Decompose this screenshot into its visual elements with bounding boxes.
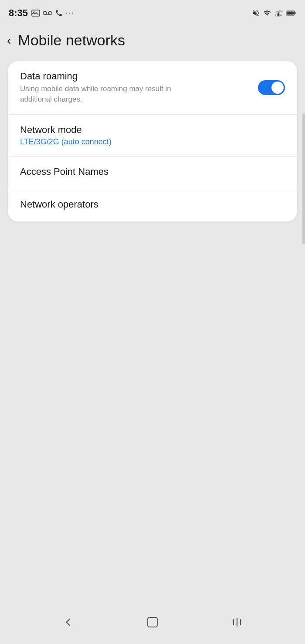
access-point-names-title: Access Point Names [20, 166, 285, 177]
network-mode-value: LTE/3G/2G (auto connect) [20, 137, 285, 147]
signal-icon [274, 9, 283, 17]
bottom-nav [0, 605, 305, 644]
status-time: 8:35 [9, 7, 28, 19]
status-bar-left: 8:35 ··· [9, 7, 75, 19]
page-header: ‹ Mobile networks [0, 24, 305, 57]
svg-rect-5 [276, 14, 277, 17]
data-roaming-subtitle: Using mobile data while roaming may resu… [20, 84, 203, 105]
data-roaming-item[interactable]: Data roaming Using mobile data while roa… [8, 61, 297, 115]
svg-rect-12 [148, 617, 157, 627]
voicemail-icon [43, 10, 52, 16]
nav-home-button[interactable] [146, 616, 159, 629]
network-mode-item[interactable]: Network mode LTE/3G/2G (auto connect) [8, 115, 297, 157]
data-roaming-title: Data roaming [20, 71, 258, 82]
status-bar: 8:35 ··· [0, 0, 305, 24]
status-bar-right [252, 9, 296, 17]
network-operators-content: Network operators [20, 199, 285, 212]
more-icon: ··· [65, 8, 75, 17]
nav-back-button[interactable] [62, 616, 74, 628]
nav-home-icon [146, 616, 159, 629]
network-operators-title: Network operators [20, 199, 285, 210]
network-mode-content: Network mode LTE/3G/2G (auto connect) [20, 124, 285, 147]
svg-rect-7 [278, 12, 279, 16]
svg-point-3 [48, 11, 52, 15]
scrollbar[interactable] [302, 113, 305, 244]
battery-icon [286, 10, 296, 17]
svg-rect-11 [295, 12, 295, 14]
back-button[interactable]: ‹ [7, 34, 11, 47]
mute-icon [252, 9, 260, 17]
page-title: Mobile networks [18, 32, 125, 49]
call-icon [55, 9, 63, 17]
data-roaming-content: Data roaming Using mobile data while roa… [20, 71, 258, 105]
data-roaming-toggle[interactable] [258, 80, 285, 95]
svg-point-2 [43, 11, 47, 15]
status-left-icons: ··· [31, 8, 75, 17]
svg-rect-6 [277, 13, 278, 16]
wifi-icon [262, 9, 272, 17]
svg-rect-10 [287, 11, 294, 14]
nav-back-icon [62, 616, 74, 628]
network-mode-title: Network mode [20, 124, 285, 136]
network-operators-item[interactable]: Network operators [8, 189, 297, 221]
access-point-names-item[interactable]: Access Point Names [8, 157, 297, 189]
image-icon [31, 10, 40, 17]
access-point-names-content: Access Point Names [20, 166, 285, 179]
settings-card: Data roaming Using mobile data while roa… [8, 61, 297, 221]
nav-recents-icon [231, 616, 243, 628]
nav-recents-button[interactable] [231, 616, 243, 628]
svg-rect-8 [280, 11, 281, 16]
